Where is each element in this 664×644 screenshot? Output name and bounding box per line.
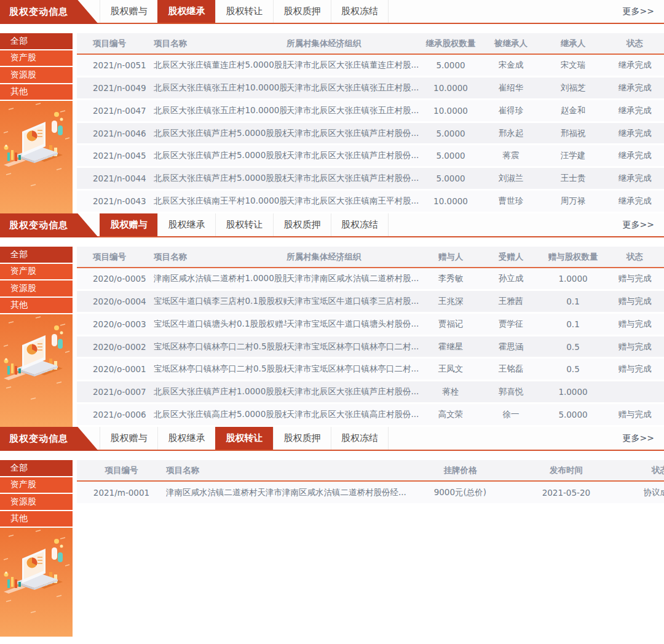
table-cell: 赠与完成	[606, 364, 664, 375]
table-cell: 天津市北辰区大张庄镇芦庄村股份...	[287, 173, 420, 184]
table-cell: 2021/m-0001	[77, 488, 166, 498]
column-header: 所属村集体经济组织	[287, 252, 420, 263]
table-row[interactable]: 2021/n-0047北辰区大张庄镇张五庄村10.0000股股权继...天津市北…	[77, 100, 664, 123]
tab-equity-inheritance[interactable]: 股权继承	[157, 213, 215, 236]
table-cell: 2020/o-0005	[77, 274, 154, 284]
section-inheritance-panel: 股权变动信息 股权赠与 股权继承 股权转让 股权质押 股权冻结 更多>> 全部 …	[0, 0, 664, 213]
sidebar-item-all[interactable]: 全部	[0, 33, 73, 50]
table-cell: 王士贵	[540, 173, 606, 184]
column-header: 项目编号	[77, 252, 154, 263]
table-cell: 宋金成	[481, 60, 540, 71]
inheritance-table: 项目编号项目名称所属村集体经济组织继承股权数量被继承人继承人状态2021/n-0…	[77, 33, 664, 213]
sidebar-item-resource-shares[interactable]: 资源股	[0, 494, 73, 511]
table-cell: 郭喜悦	[481, 386, 540, 397]
table-row[interactable]: 2021/o-0007北辰区大张庄镇芦庄村1.0000股股权赠与...天津市北辰…	[77, 381, 664, 404]
table-row[interactable]: 2021/n-0044北辰区大张庄镇芦庄村5.0000股股权继承...天津市北辰…	[77, 168, 664, 191]
sidebar-item-all[interactable]: 全部	[0, 460, 73, 477]
tab-bar: 股权赠与 股权继承 股权转让 股权质押 股权冻结	[100, 0, 389, 23]
table-cell: 继承完成	[606, 105, 664, 116]
table-cell: 10.0000	[420, 106, 481, 116]
tab-equity-gift[interactable]: 股权赠与	[100, 213, 157, 236]
column-header: 项目编号	[77, 465, 166, 476]
sidebar-item-resource-shares[interactable]: 资源股	[0, 280, 73, 298]
more-link[interactable]: 更多>>	[623, 0, 664, 23]
table-cell: 刘淑兰	[481, 173, 540, 184]
sidebar-item-asset-shares[interactable]: 资产股	[0, 477, 73, 495]
table-cell: 王铭磊	[481, 364, 540, 375]
table-cell: 崔得珍	[481, 105, 540, 116]
tab-equity-inheritance[interactable]: 股权继承	[157, 427, 215, 450]
table-cell: 2020/o-0003	[77, 319, 154, 329]
table-cell: 北辰区大张庄镇董连庄村5.0000股股权继...	[154, 60, 287, 71]
table-cell: 2020/o-0002	[77, 342, 154, 352]
tab-equity-transfer[interactable]: 股权转让	[215, 0, 273, 23]
column-header: 赠与人	[420, 252, 481, 263]
sidebar-item-all[interactable]: 全部	[0, 247, 73, 264]
sidebar-item-asset-shares[interactable]: 资产股	[0, 50, 73, 68]
table-cell: 天津市宝坻区牛道口镇塘头村股份...	[287, 319, 420, 330]
table-row[interactable]: 2021/n-0045北辰区大张庄镇芦庄村5.0000股股权继承...天津市北辰…	[77, 145, 664, 168]
table-row[interactable]: 2020/o-0003宝坻区牛道口镇塘头村0.1股股权赠与项目天津市宝坻区牛道口…	[77, 314, 664, 336]
table-cell: 宝坻区牛道口镇李三店村0.1股股权赠与项目	[154, 296, 287, 307]
table-cell: 2021/n-0051	[77, 60, 154, 70]
table-cell: 继承完成	[606, 173, 664, 184]
table-cell: 蒋震	[481, 150, 540, 161]
table-cell: 天津市宝坻区林亭口镇林亭口二村...	[287, 364, 420, 375]
table-row[interactable]: 2020/o-0005津南区咸水沽镇二道桥村1.0000股股权赠...天津市津南…	[77, 268, 664, 291]
table-row[interactable]: 2020/o-0002宝坻区林亭口镇林亭口二村0.5股股权赠与...天津市宝坻区…	[77, 336, 664, 359]
section-body: 全部 资产股 资源股 其他	[0, 33, 664, 213]
table-cell: 北辰区大张庄镇高庄村5.0000股股权赠与...	[154, 409, 287, 420]
column-header: 继承股权数量	[420, 38, 481, 49]
section-header-bar: 股权变动信息 股权赠与 股权继承 股权转让 股权质押 股权冻结 更多>>	[0, 427, 664, 451]
tab-equity-freeze[interactable]: 股权冻结	[331, 0, 389, 23]
table-cell: 赠与完成	[606, 296, 664, 307]
table-header-row: 项目编号项目名称所属村集体经济组织赠与人受赠人赠与股权数量状态	[77, 247, 664, 268]
table-row[interactable]: 2021/m-0001津南区咸水沽镇二道桥村天津市津南区咸水沽镇二道桥村股份经.…	[77, 482, 664, 505]
table-cell: 天津市北辰区大张庄镇芦庄村股份...	[287, 128, 420, 139]
column-header: 项目名称	[166, 465, 406, 476]
table-cell: 2021/n-0043	[77, 196, 154, 206]
table-cell: 赠与完成	[606, 341, 664, 352]
sidebar-item-other[interactable]: 其他	[0, 298, 73, 315]
table-cell: 2020/o-0004	[77, 296, 154, 306]
table-cell: 刘福芝	[540, 82, 606, 93]
tab-equity-transfer[interactable]: 股权转让	[215, 213, 273, 236]
table-cell: 北辰区大张庄镇芦庄村5.0000股股权继承...	[154, 173, 287, 184]
column-header: 状态	[619, 465, 664, 476]
tab-equity-freeze[interactable]: 股权冻结	[331, 427, 389, 450]
more-link[interactable]: 更多>>	[623, 213, 664, 236]
table-row[interactable]: 2020/o-0004宝坻区牛道口镇李三店村0.1股股权赠与项目天津市宝坻区牛道…	[77, 291, 664, 314]
tab-equity-inheritance[interactable]: 股权继承	[157, 0, 215, 23]
tab-equity-gift[interactable]: 股权赠与	[100, 0, 157, 23]
sidebar-item-asset-shares[interactable]: 资产股	[0, 264, 73, 281]
sidebar-item-resource-shares[interactable]: 资源股	[0, 67, 73, 84]
table-cell: 孙立成	[481, 273, 540, 284]
table-row[interactable]: 2021/n-0046北辰区大张庄镇芦庄村5.0000股股权继承...天津市北辰…	[77, 123, 664, 146]
tab-equity-pledge[interactable]: 股权质押	[273, 0, 331, 23]
table-row[interactable]: 2021/n-0049北辰区大张庄镇张五庄村10.0000股股权继...天津市北…	[77, 78, 664, 100]
table-row[interactable]: 2021/o-0006北辰区大张庄镇高庄村5.0000股股权赠与...天津市北辰…	[77, 404, 664, 427]
sidebar-item-other[interactable]: 其他	[0, 511, 73, 528]
table-cell: 赠与完成	[606, 273, 664, 284]
table-row[interactable]: 2020/o-0001宝坻区林亭口镇林亭口二村0.5股股权赠与...天津市宝坻区…	[77, 359, 664, 381]
table-cell: 1.0000	[540, 274, 606, 284]
tab-equity-pledge[interactable]: 股权质押	[273, 213, 331, 236]
tab-equity-freeze[interactable]: 股权冻结	[331, 213, 389, 236]
table-cell: 2021/n-0046	[77, 129, 154, 138]
column-header: 受赠人	[481, 252, 540, 263]
table-cell: 0.5	[540, 342, 606, 352]
sidebar-item-other[interactable]: 其他	[0, 84, 73, 101]
table-row[interactable]: 2021/n-0043北辰区大张庄镇南王平村10.0000股股权继...天津市北…	[77, 191, 664, 213]
section-body: 全部 资产股 资源股 其他	[0, 247, 664, 427]
tab-equity-pledge[interactable]: 股权质押	[273, 427, 331, 450]
table-row[interactable]: 2021/n-0051北辰区大张庄镇董连庄村5.0000股股权继...天津市北辰…	[77, 55, 664, 78]
tab-equity-gift[interactable]: 股权赠与	[100, 427, 157, 450]
sidebar-illustration-area	[0, 314, 73, 427]
column-header: 被继承人	[481, 38, 540, 49]
tab-equity-transfer[interactable]: 股权转让	[215, 427, 273, 450]
table-cell: 曹世珍	[481, 196, 540, 207]
more-link[interactable]: 更多>>	[623, 427, 664, 450]
table-cell: 贾福记	[420, 319, 481, 330]
table-cell: 宝坻区林亭口镇林亭口二村0.5股股权赠与...	[154, 364, 287, 375]
table-cell: 继承完成	[606, 82, 664, 93]
